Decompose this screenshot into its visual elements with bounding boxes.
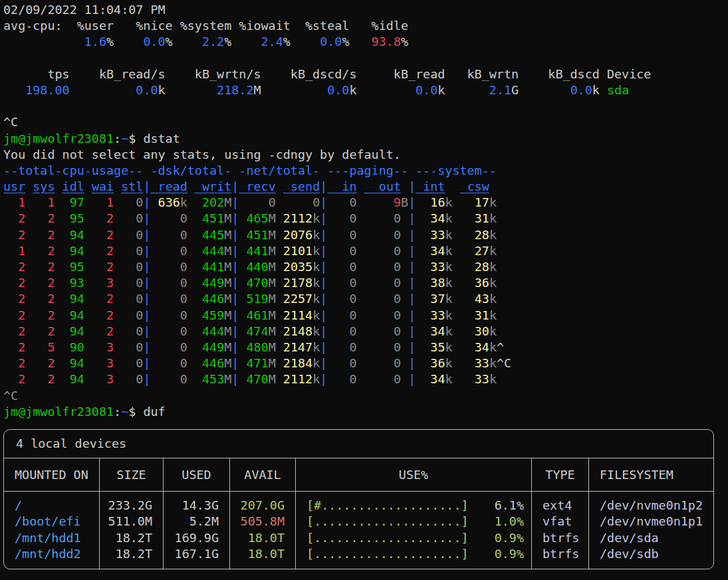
terminal-text-segment: 459: [195, 308, 224, 322]
terminal-text-segment: k: [445, 308, 453, 322]
terminal-text-segment: |: [408, 195, 416, 209]
terminal-text-segment: M: [224, 324, 231, 338]
terminal-text-segment: 0: [364, 276, 401, 290]
terminal-text-segment: [84, 195, 92, 209]
terminal-text-segment: 519: [239, 292, 268, 306]
duf-cell-avail-text: 18.0T: [248, 531, 285, 545]
terminal-text-segment: 0: [364, 308, 401, 322]
terminal-text-segment: 2: [3, 211, 25, 225]
terminal-text-segment: [276, 211, 283, 225]
terminal-text-segment: 446: [195, 292, 224, 306]
terminal-text-segment: |: [231, 276, 239, 290]
terminal-text-segment: [114, 195, 121, 209]
duf-cell-type: vfat: [543, 514, 588, 530]
terminal-text-segment: 2: [92, 308, 114, 322]
terminal-text-segment: 94: [62, 228, 84, 242]
terminal-text-segment: |: [320, 356, 327, 370]
terminal-text-segment: 0: [150, 356, 187, 370]
terminal-text-segment: 465: [239, 211, 268, 225]
terminal-text-segment: k: [489, 228, 497, 242]
terminal-line: 2 2 94 2 0| 0 446M| 519M 2257k| 0 0 | 37…: [3, 291, 728, 307]
terminal-text-segment: [453, 356, 460, 370]
duf-cell-filesystem: /dev/nvme0n1p2: [600, 498, 713, 514]
terminal-text-segment: [401, 228, 408, 242]
terminal-text-segment: M: [269, 292, 276, 306]
terminal-text-segment: k: [592, 83, 600, 97]
terminal-text-segment: k: [445, 228, 453, 242]
terminal-text-segment: 36: [460, 276, 489, 290]
terminal-text-segment: k: [445, 244, 453, 258]
duf-cell-use-percent-text: 6.1%: [495, 498, 524, 514]
terminal-text-segment: M: [269, 324, 276, 338]
terminal-text-segment: 2101: [283, 244, 312, 258]
terminal-screen[interactable]: 02/09/2022 11:04:07 PMavg-cpu: %user %ni…: [0, 0, 728, 580]
terminal-text-segment: [114, 308, 121, 322]
terminal-text-segment: [114, 324, 121, 338]
terminal-text-segment: 0: [327, 244, 356, 258]
terminal-text-segment: M: [224, 244, 231, 258]
terminal-text-segment: 36: [416, 356, 445, 370]
terminal-text-segment: 2: [92, 211, 114, 225]
terminal-text-segment: 2: [33, 211, 55, 225]
terminal-text-segment: 94: [62, 356, 84, 370]
terminal-text-segment: [187, 228, 195, 242]
terminal-text-segment: 93: [62, 276, 84, 290]
terminal-text-segment: k: [312, 211, 320, 225]
terminal-text-segment: 0: [121, 324, 143, 338]
terminal-text-segment: %: [283, 35, 291, 48]
terminal-text-segment: recv: [239, 179, 275, 193]
terminal-text-segment: k: [158, 83, 166, 97]
terminal-text-segment: |: [320, 372, 327, 386]
terminal-text-segment: dstat: [143, 132, 180, 145]
terminal-text-segment: 0: [121, 308, 143, 322]
terminal-text-segment: wai: [92, 179, 114, 193]
terminal-text-segment: [25, 195, 33, 209]
terminal-text-segment: |: [408, 276, 416, 290]
terminal-text-segment: 0: [121, 260, 143, 274]
terminal-line: tps kB_read/s kB_wrtn/s kB_dscd/s kB_rea…: [3, 66, 728, 82]
duf-header-avail: AVAIL: [229, 458, 295, 491]
duf-cell-avail: 18.0T: [230, 530, 295, 546]
terminal-text-segment: 0: [327, 292, 356, 306]
duf-cell-used-text: 14.3G: [182, 498, 219, 512]
terminal-text-segment: [25, 276, 33, 290]
terminal-line: jm@jmwolfr23081:~$ duf: [3, 404, 728, 420]
terminal-text-segment: [276, 228, 283, 242]
duf-cell-type-text: btrfs: [543, 547, 579, 561]
terminal-text-segment: [55, 195, 62, 209]
terminal-text-segment: 0: [327, 308, 356, 322]
terminal-text-segment: [187, 276, 195, 290]
terminal-text-segment: 2112: [283, 372, 312, 386]
terminal-text-segment: csw: [460, 179, 489, 193]
duf-table: 4 local devices MOUNTED ONSIZEUSEDAVAILU…: [3, 429, 714, 570]
terminal-text-segment: [276, 356, 283, 370]
terminal-text-segment: [276, 372, 283, 386]
duf-cell-type-text: btrfs: [543, 531, 579, 545]
terminal-text-segment: M: [224, 356, 231, 370]
terminal-text-segment: k: [349, 83, 356, 97]
terminal-text-segment: %: [224, 35, 231, 48]
terminal-text-segment: 2: [33, 260, 55, 274]
terminal-text-segment: 02/09/2022 11:04:07 PM: [3, 3, 166, 17]
terminal-line: 1 2 94 2 0| 0 444M| 441M 2101k| 0 0 | 34…: [3, 243, 728, 259]
terminal-text-segment: 2: [3, 372, 25, 386]
terminal-line: ^C: [3, 388, 728, 404]
terminal-text-segment: [357, 356, 364, 370]
terminal-text-segment: 94: [62, 308, 84, 322]
terminal-text-segment: |: [143, 244, 150, 258]
terminal-text-segment: int: [416, 179, 445, 193]
terminal-text-segment: |: [143, 276, 150, 290]
terminal-text-segment: ~: [121, 405, 128, 419]
terminal-text-segment: [114, 211, 121, 225]
terminal-text-segment: 444: [195, 324, 224, 338]
terminal-text-segment: [357, 340, 364, 354]
terminal-text-segment: |: [408, 244, 416, 258]
terminal-text-segment: [187, 244, 195, 258]
terminal-text-segment: [276, 276, 283, 290]
duf-cell-use-percent: [....................]1.0%: [296, 514, 531, 530]
terminal-text-segment: [55, 372, 62, 386]
terminal-text-segment: 2257: [283, 292, 312, 306]
terminal-text-segment: 2.1: [445, 83, 511, 97]
terminal-text-segment: [276, 292, 283, 306]
terminal-text-segment: 3: [92, 356, 114, 370]
